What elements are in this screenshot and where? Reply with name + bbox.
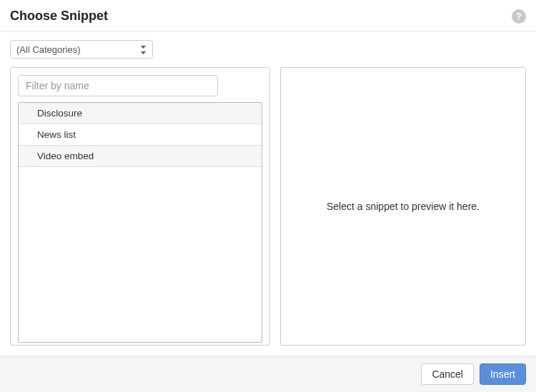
preview-panel: Select a snippet to preview it here. <box>280 67 526 346</box>
filter-input[interactable] <box>18 75 218 96</box>
modal-body: (All Categories) Disclosure News list Vi… <box>0 31 536 356</box>
snippet-list-panel: Disclosure News list Video embed <box>10 67 270 346</box>
category-select[interactable]: (All Categories) <box>10 40 153 59</box>
panels: Disclosure News list Video embed Select … <box>10 67 526 356</box>
preview-empty-text: Select a snippet to preview it here. <box>327 201 480 212</box>
snippet-item-video-embed[interactable]: Video embed <box>19 146 262 167</box>
choose-snippet-modal: Choose Snippet ? (All Categories) Disclo… <box>0 0 536 392</box>
modal-title: Choose Snippet <box>10 9 108 24</box>
modal-header: Choose Snippet ? <box>0 0 536 31</box>
insert-button[interactable]: Insert <box>480 363 526 385</box>
help-icon[interactable]: ? <box>512 9 526 24</box>
snippet-item-disclosure[interactable]: Disclosure <box>19 103 262 124</box>
cancel-button[interactable]: Cancel <box>421 363 474 385</box>
snippet-list: Disclosure News list Video embed <box>18 102 262 343</box>
snippet-item-news-list[interactable]: News list <box>19 124 262 146</box>
modal-footer: Cancel Insert <box>0 356 536 392</box>
